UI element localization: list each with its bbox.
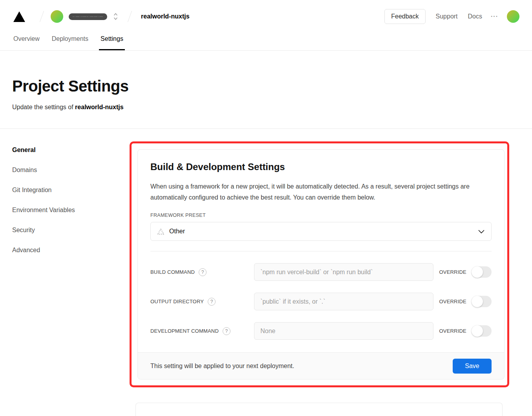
page-title: Project Settings: [12, 77, 532, 95]
development-command-input[interactable]: [254, 322, 433, 340]
breadcrumb-project-name[interactable]: realworld-nuxtjs: [141, 13, 190, 20]
top-navigation: -·—·-—-·——·— realworld-nuxtjs Feedback S…: [0, 0, 532, 51]
settings-sidebar: General Domains Git Integration Environm…: [0, 129, 130, 416]
override-label: OVERRIDE: [439, 328, 466, 334]
override-label: OVERRIDE: [439, 299, 466, 304]
help-icon[interactable]: ?: [199, 268, 207, 276]
build-command-override-toggle[interactable]: [472, 266, 492, 278]
build-command-label: BUILD COMMAND ?: [150, 268, 249, 276]
output-directory-label: OUTPUT DIRECTORY ?: [150, 298, 249, 306]
sidebar-item-general[interactable]: General: [12, 147, 130, 154]
divider: [150, 251, 492, 251]
output-directory-row: OUTPUT DIRECTORY ? OVERRIDE: [150, 293, 492, 310]
footer-note: This setting will be applied to your nex…: [150, 363, 294, 370]
support-link[interactable]: Support: [436, 13, 458, 20]
help-icon[interactable]: ?: [208, 298, 216, 306]
development-command-override-toggle[interactable]: [472, 325, 492, 337]
tab-overview[interactable]: Overview: [13, 33, 40, 50]
development-command-label: DEVELOPMENT COMMAND ?: [150, 327, 249, 335]
framework-other-icon: [157, 228, 165, 235]
project-tabs: Overview Deployments Settings: [0, 33, 532, 50]
build-development-settings-card: Build & Development Settings When using …: [137, 149, 505, 379]
save-button[interactable]: Save: [453, 359, 492, 374]
framework-preset-label: FRAMEWORK PRESET: [150, 213, 492, 218]
framework-preset-value: Other: [169, 228, 185, 235]
breadcrumb-slash: [40, 11, 44, 22]
help-icon[interactable]: ?: [223, 327, 230, 335]
feedback-button[interactable]: Feedback: [384, 9, 425, 24]
sidebar-item-environment-variables[interactable]: Environment Variables: [12, 207, 130, 214]
toggle-knob: [472, 266, 483, 278]
card-footer: This setting will be applied to your nex…: [138, 352, 504, 379]
page-subtitle: Update the settings of realworld-nuxtjs: [12, 104, 532, 111]
card-title: Build & Development Settings: [150, 161, 492, 172]
sidebar-item-advanced[interactable]: Advanced: [12, 247, 130, 254]
tab-settings[interactable]: Settings: [101, 33, 123, 50]
chevron-down-icon: [478, 229, 485, 234]
team-name-redacted: -·—·-—-·——·—: [69, 13, 107, 20]
override-label: OVERRIDE: [439, 269, 466, 275]
subtitle-project-name: realworld-nuxtjs: [75, 104, 124, 110]
next-card-top-edge: [135, 403, 503, 416]
more-menu-icon[interactable]: ···: [491, 13, 498, 20]
development-command-row: DEVELOPMENT COMMAND ? OVERRIDE: [150, 322, 492, 340]
sidebar-item-security[interactable]: Security: [12, 227, 130, 234]
docs-link[interactable]: Docs: [468, 13, 482, 20]
team-avatar: [51, 10, 63, 23]
build-command-input[interactable]: [254, 263, 433, 281]
build-command-row: BUILD COMMAND ? OVERRIDE: [150, 263, 492, 281]
toggle-knob: [472, 325, 483, 337]
red-annotation-rectangle: Build & Development Settings When using …: [130, 141, 509, 387]
page-header: Project Settings Update the settings of …: [0, 51, 532, 129]
tab-deployments[interactable]: Deployments: [52, 33, 88, 50]
framework-preset-select[interactable]: Other: [150, 222, 492, 241]
user-avatar[interactable]: [507, 10, 519, 23]
output-directory-input[interactable]: [254, 293, 433, 310]
toggle-knob: [472, 296, 483, 307]
chevron-updown-icon[interactable]: [113, 12, 119, 21]
card-description: When using a framework for a new project…: [150, 181, 492, 203]
vercel-logo-icon[interactable]: [13, 11, 25, 22]
breadcrumb-slash: [128, 11, 132, 22]
sidebar-item-domains[interactable]: Domains: [12, 167, 130, 174]
team-scope-selector[interactable]: -·—·-—-·——·—: [51, 10, 119, 23]
output-directory-override-toggle[interactable]: [472, 296, 492, 307]
sidebar-item-git-integration[interactable]: Git Integration: [12, 187, 130, 194]
